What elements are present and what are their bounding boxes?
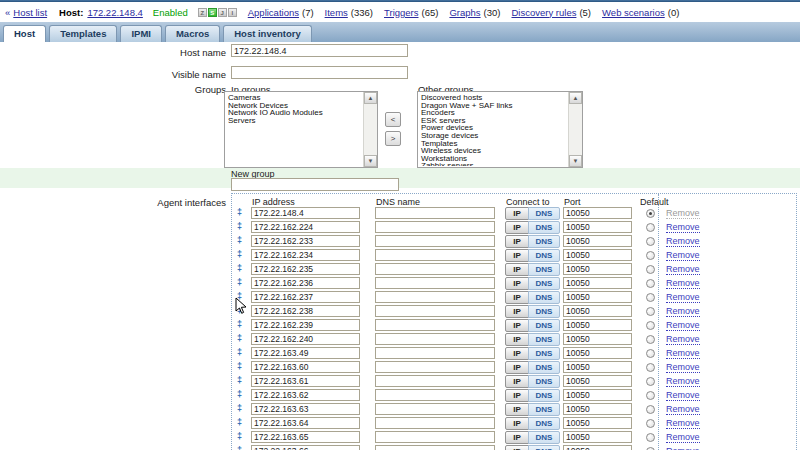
drag-handle-icon[interactable]: ‡ (237, 207, 242, 218)
in-groups-scrollbar[interactable]: ▲ ▼ (363, 92, 377, 167)
move-left-button[interactable]: < (385, 112, 401, 127)
connect-dns-button[interactable]: DNS (528, 207, 560, 220)
port-input[interactable] (563, 417, 632, 429)
dns-name-input[interactable] (375, 375, 495, 387)
default-radio[interactable] (646, 251, 655, 260)
port-input[interactable] (563, 263, 632, 275)
nav-link[interactable]: Items (325, 7, 348, 18)
new-group-input[interactable] (231, 178, 399, 191)
connect-ip-button[interactable]: IP (505, 207, 529, 220)
scroll-up-icon[interactable]: ▲ (569, 92, 582, 104)
remove-link[interactable]: Remove (666, 264, 700, 275)
default-radio[interactable] (646, 419, 655, 428)
remove-link[interactable]: Remove (666, 376, 700, 387)
tab[interactable]: Macros (165, 25, 220, 42)
default-radio[interactable] (646, 377, 655, 386)
connect-dns-button[interactable]: DNS (528, 347, 560, 360)
connect-dns-button[interactable]: DNS (528, 389, 560, 402)
remove-link[interactable]: Remove (666, 348, 700, 359)
connect-dns-button[interactable]: DNS (528, 235, 560, 248)
tab[interactable]: Templates (49, 25, 117, 42)
ip-address-input[interactable] (251, 417, 360, 429)
remove-link[interactable]: Remove (666, 390, 700, 401)
port-input[interactable] (563, 375, 632, 387)
ip-address-input[interactable] (251, 333, 360, 345)
nav-link[interactable]: Web scenarios (602, 7, 665, 18)
host-list-link[interactable]: Host list (13, 7, 47, 18)
connect-dns-button[interactable]: DNS (528, 221, 560, 234)
ip-address-input[interactable] (251, 445, 360, 450)
connect-ip-button[interactable]: IP (505, 291, 529, 304)
connect-ip-button[interactable]: IP (505, 305, 529, 318)
ip-address-input[interactable] (251, 389, 360, 401)
drag-handle-icon[interactable]: ‡ (237, 319, 242, 330)
drag-handle-icon[interactable]: ‡ (237, 431, 242, 442)
connect-ip-button[interactable]: IP (505, 333, 529, 346)
ip-address-input[interactable] (251, 207, 360, 219)
dns-name-input[interactable] (375, 249, 495, 261)
connect-dns-button[interactable]: DNS (528, 319, 560, 332)
connect-dns-button[interactable]: DNS (528, 445, 560, 450)
default-radio[interactable] (646, 349, 655, 358)
ip-address-input[interactable] (251, 263, 360, 275)
drag-handle-icon[interactable]: ‡ (237, 389, 242, 400)
drag-handle-icon[interactable]: ‡ (237, 249, 242, 260)
dns-name-input[interactable] (375, 207, 495, 219)
connect-ip-button[interactable]: IP (505, 249, 529, 262)
dns-name-input[interactable] (375, 389, 495, 401)
group-option[interactable]: Servers (226, 117, 362, 125)
default-radio[interactable] (646, 265, 655, 274)
connect-dns-button[interactable]: DNS (528, 375, 560, 388)
remove-link[interactable]: Remove (666, 222, 700, 233)
dns-name-input[interactable] (375, 431, 495, 443)
drag-handle-icon[interactable]: ‡ (237, 375, 242, 386)
default-radio[interactable] (646, 237, 655, 246)
group-option[interactable]: Zabbix servers (419, 162, 567, 166)
connect-dns-button[interactable]: DNS (528, 277, 560, 290)
default-radio[interactable] (646, 209, 655, 218)
in-groups-listbox[interactable]: CamerasNetwork DevicesNetwork IO Audio M… (224, 91, 378, 168)
dns-name-input[interactable] (375, 221, 495, 233)
connect-ip-button[interactable]: IP (505, 445, 529, 450)
dns-name-input[interactable] (375, 403, 495, 415)
default-radio[interactable] (646, 335, 655, 344)
nav-link[interactable]: Discovery rules (511, 7, 576, 18)
port-input[interactable] (563, 431, 632, 443)
connect-dns-button[interactable]: DNS (528, 291, 560, 304)
drag-handle-icon[interactable]: ‡ (237, 263, 242, 274)
drag-handle-icon[interactable]: ‡ (237, 333, 242, 344)
remove-link[interactable]: Remove (666, 278, 700, 289)
drag-handle-icon[interactable]: ‡ (237, 347, 242, 358)
remove-link[interactable]: Remove (666, 208, 700, 219)
ip-address-input[interactable] (251, 249, 360, 261)
ip-address-input[interactable] (251, 319, 360, 331)
connect-dns-button[interactable]: DNS (528, 263, 560, 276)
ip-address-input[interactable] (251, 375, 360, 387)
connect-ip-button[interactable]: IP (505, 263, 529, 276)
connect-ip-button[interactable]: IP (505, 431, 529, 444)
ip-address-input[interactable] (251, 347, 360, 359)
remove-link[interactable]: Remove (666, 250, 700, 261)
host-name-link[interactable]: 172.22.148.4 (87, 7, 142, 18)
connect-ip-button[interactable]: IP (505, 389, 529, 402)
port-input[interactable] (563, 389, 632, 401)
port-input[interactable] (563, 361, 632, 373)
port-input[interactable] (563, 347, 632, 359)
scroll-down-icon[interactable]: ▼ (569, 155, 582, 167)
ip-address-input[interactable] (251, 403, 360, 415)
drag-handle-icon[interactable]: ‡ (237, 235, 242, 246)
connect-ip-button[interactable]: IP (505, 361, 529, 374)
remove-link[interactable]: Remove (666, 446, 700, 450)
port-input[interactable] (563, 333, 632, 345)
remove-link[interactable]: Remove (666, 292, 700, 303)
connect-ip-button[interactable]: IP (505, 319, 529, 332)
port-input[interactable] (563, 319, 632, 331)
port-input[interactable] (563, 277, 632, 289)
dns-name-input[interactable] (375, 361, 495, 373)
default-radio[interactable] (646, 307, 655, 316)
default-radio[interactable] (646, 405, 655, 414)
tab[interactable]: Host inventory (223, 25, 312, 42)
default-radio[interactable] (646, 433, 655, 442)
dns-name-input[interactable] (375, 347, 495, 359)
dns-name-input[interactable] (375, 235, 495, 247)
